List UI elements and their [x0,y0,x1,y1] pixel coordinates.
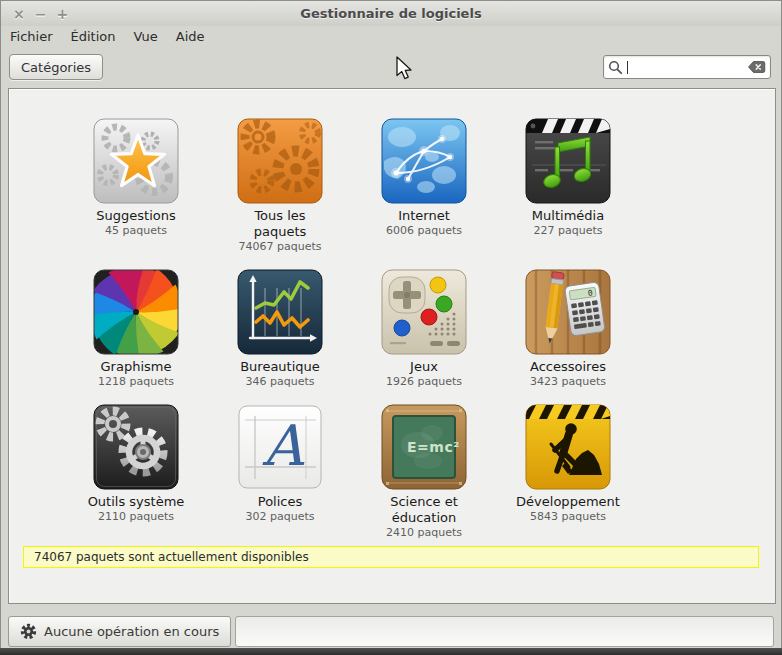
fonts-icon: A [236,403,324,491]
development-icon [524,403,612,491]
category-count: 45 paquets [105,224,167,238]
status-text: Aucune opération en cours [44,624,219,639]
window-title: Gestionnaire de logiciels [1,6,781,21]
accessories-icon: 0 [524,268,612,356]
science-education-icon: E=mc² [380,403,468,491]
category-label: Accessoires [530,359,606,375]
gear-icon [20,623,37,640]
category-label: Multimédia [532,208,604,224]
category-accessoires[interactable]: 0 Accessoires 3423 paquets [496,268,640,389]
category-count: 74067 paquets [239,240,322,254]
info-bar: 74067 paquets sont actuellement disponib… [23,546,759,568]
svg-text:E=mc²: E=mc² [407,439,460,455]
multimedia-icon [524,117,612,205]
category-count: 3423 paquets [530,375,606,389]
category-label: Polices [258,494,302,510]
category-internet[interactable]: Internet 6006 paquets [352,117,496,254]
system-tools-icon [92,403,180,491]
categories-button[interactable]: Catégories [9,54,103,80]
category-label: Graphisme [101,359,172,375]
menu-aide[interactable]: Aide [167,27,214,46]
category-jeux[interactable]: Jeux 1926 paquets [352,268,496,389]
clear-search-icon[interactable] [747,60,766,74]
menu-edition[interactable]: Édition [62,27,125,46]
category-label: Outils système [88,494,185,510]
category-outils-systeme[interactable]: Outils système 2110 paquets [64,403,208,540]
category-label: Science et éducation [390,494,458,526]
menubar: Fichier Édition Vue Aide [1,26,214,47]
category-count: 2410 paquets [386,526,462,540]
window-bottom-edge [0,648,782,655]
games-icon [380,268,468,356]
toolbar: Catégories [1,47,781,87]
status-bar: Aucune opération en cours [8,616,774,647]
category-count: 2110 paquets [98,510,174,524]
maximize-icon[interactable]: + [56,7,68,21]
search-icon [608,60,623,75]
suggestions-icon [92,117,180,205]
graphics-icon [92,268,180,356]
search-box[interactable] [603,55,771,79]
category-grid: Suggestions 45 paquets Tous les paquets [64,117,640,540]
svg-text:A: A [262,413,305,478]
category-bureautique[interactable]: Bureautique 346 paquets [208,268,352,389]
category-label: Tous les paquets [254,208,307,240]
window-controls: × − + [13,7,68,21]
progress-bar [235,616,774,647]
category-label: Internet [398,208,450,224]
category-count: 227 paquets [534,224,603,238]
category-label: Suggestions [96,208,175,224]
category-graphisme[interactable]: Graphisme 1218 paquets [64,268,208,389]
category-count: 346 paquets [246,375,315,389]
internet-icon [380,117,468,205]
category-count: 302 paquets [246,510,315,524]
menu-fichier[interactable]: Fichier [1,27,62,46]
category-label: Bureautique [240,359,320,375]
categories-panel: Suggestions 45 paquets Tous les paquets [8,88,776,604]
menu-vue[interactable]: Vue [124,27,166,46]
category-tous-les-paquets[interactable]: Tous les paquets 74067 paquets [208,117,352,254]
software-manager-window: × − + Gestionnaire de logiciels Fichier … [0,0,782,655]
category-polices[interactable]: A Polices 302 paquets [208,403,352,540]
category-count: 1218 paquets [98,375,174,389]
close-icon[interactable]: × [13,7,25,21]
search-input[interactable] [628,59,747,75]
status-box: Aucune opération en cours [8,616,231,647]
office-icon [236,268,324,356]
category-developpement[interactable]: Développement 5843 paquets [496,403,640,540]
category-count: 1926 paquets [386,375,462,389]
category-suggestions[interactable]: Suggestions 45 paquets [64,117,208,254]
category-count: 6006 paquets [386,224,462,238]
all-packages-icon [236,117,324,205]
titlebar: × − + Gestionnaire de logiciels [1,1,781,26]
category-label: Développement [516,494,620,510]
category-label: Jeux [410,359,438,375]
category-count: 5843 paquets [530,510,606,524]
minimize-icon[interactable]: − [35,7,47,21]
category-multimedia[interactable]: Multimédia 227 paquets [496,117,640,254]
category-science-education[interactable]: E=mc² Science et éducation 2410 paquets [352,403,496,540]
